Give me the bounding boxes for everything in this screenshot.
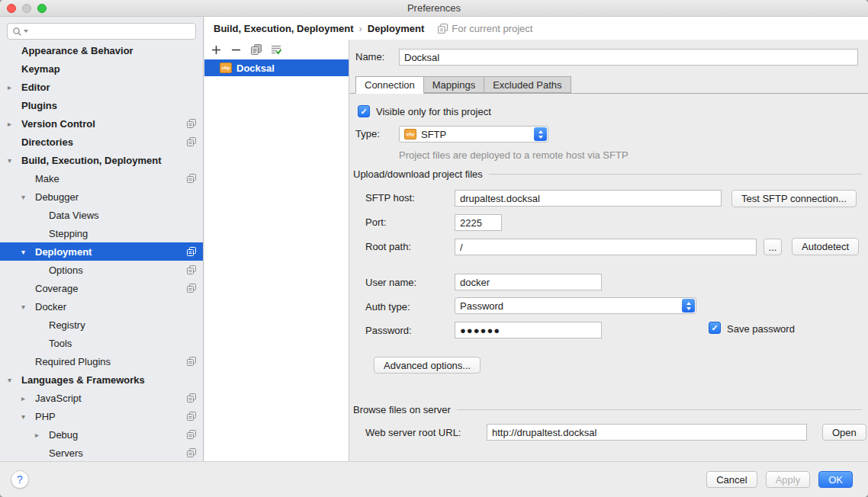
section-upload-header: Upload/download project files — [353, 168, 862, 180]
apply-button[interactable]: Apply — [766, 471, 811, 488]
sidebar-item-label: JavaScript — [35, 393, 82, 404]
browse-root-path-button[interactable]: ... — [764, 239, 782, 255]
sidebar-item-make[interactable]: Make — [0, 169, 203, 188]
password-input[interactable] — [455, 322, 602, 338]
sftp-host-input[interactable] — [455, 190, 722, 207]
chevron-down-icon[interactable]: ▾ — [8, 376, 21, 384]
section-divider — [489, 174, 862, 175]
visible-only-checkbox[interactable] — [358, 105, 370, 117]
tab-bar: Connection Mappings Excluded Paths — [350, 76, 868, 94]
per-project-icon — [187, 247, 196, 256]
sidebar-item-deployment[interactable]: ▾Deployment — [0, 242, 203, 261]
type-help-text: Project files are deployed to a remote h… — [399, 149, 628, 161]
chevron-down-icon[interactable]: ▾ — [21, 248, 35, 256]
auth-type-select[interactable]: Password — [455, 297, 696, 314]
sidebar-item-javascript[interactable]: ▸JavaScript — [0, 389, 203, 407]
sidebar-item-label: Debug — [49, 429, 78, 441]
search-input[interactable] — [7, 23, 196, 40]
sidebar-item-keymap[interactable]: Keymap — [0, 59, 203, 78]
save-password-checkbox[interactable] — [709, 322, 721, 334]
breadcrumb-separator: › — [358, 23, 362, 34]
window-title: Preferences — [407, 2, 461, 14]
breadcrumb: Build, Execution, Deployment›Deployment — [214, 23, 424, 34]
sidebar-item-label: Make — [35, 173, 59, 184]
open-button[interactable]: Open — [822, 424, 866, 441]
sidebar-item-build-execution-deployment[interactable]: ▾Build, Execution, Deployment — [0, 151, 203, 169]
sidebar-item-debugger[interactable]: ▾Debugger — [0, 188, 203, 206]
sidebar-item-coverage[interactable]: Coverage — [0, 279, 203, 297]
remove-server-button[interactable] — [230, 44, 242, 56]
sidebar-item-php[interactable]: ▾PHP — [0, 407, 203, 425]
root-path-label: Root path: — [365, 241, 411, 253]
sidebar-item-data-views[interactable]: Data Views — [0, 206, 203, 224]
sidebar-item-tools[interactable]: Tools — [0, 334, 203, 352]
breadcrumb-page: Deployment — [368, 23, 424, 34]
sidebar-item-label: Options — [49, 265, 83, 276]
sidebar-item-label: Directories — [21, 136, 73, 148]
help-button[interactable]: ? — [11, 470, 29, 489]
breadcrumb-section[interactable]: Build, Execution, Deployment — [214, 23, 353, 34]
cancel-button[interactable]: Cancel — [706, 471, 757, 488]
type-select[interactable]: sftp SFTP — [399, 126, 548, 143]
dropdown-stepper-icon — [534, 127, 547, 141]
ok-button[interactable]: OK — [818, 471, 853, 488]
per-project-icon — [187, 357, 196, 366]
sidebar-item-required-plugins[interactable]: Required Plugins — [0, 352, 203, 370]
chevron-down-icon[interactable]: ▾ — [21, 193, 35, 201]
search-dropdown-icon[interactable] — [24, 30, 28, 33]
maximize-icon[interactable] — [37, 4, 47, 13]
sidebar-item-editor[interactable]: ▸Editor — [0, 78, 203, 96]
chevron-down-icon[interactable]: ▾ — [21, 303, 35, 311]
search-icon — [12, 27, 22, 37]
autodetect-button[interactable]: Autodetect — [792, 238, 859, 255]
sidebar-item-directories[interactable]: Directories — [0, 133, 203, 151]
sidebar-item-docker[interactable]: ▾Docker — [0, 297, 203, 316]
use-as-default-button[interactable] — [270, 44, 281, 56]
tab-connection[interactable]: Connection — [355, 76, 424, 94]
name-input[interactable] — [399, 49, 858, 66]
server-item-docksal[interactable]: sftp Docksal — [204, 59, 349, 76]
port-label: Port: — [365, 216, 386, 229]
chevron-right-icon[interactable]: ▸ — [8, 83, 21, 91]
per-project-icon — [187, 265, 196, 274]
sidebar-item-registry[interactable]: Registry — [0, 316, 203, 334]
port-input[interactable] — [455, 214, 502, 231]
sidebar-item-appearance-behavior[interactable]: Appearance & Behavior — [0, 41, 203, 59]
tab-excluded-paths[interactable]: Excluded Paths — [484, 76, 571, 93]
minimize-icon[interactable] — [22, 4, 31, 13]
sidebar-item-servers[interactable]: Servers — [0, 444, 203, 461]
tab-mappings[interactable]: Mappings — [423, 76, 484, 93]
chevron-down-icon[interactable]: ▾ — [8, 156, 21, 165]
chevron-right-icon[interactable]: ▸ — [35, 431, 49, 439]
sidebar-item-languages-frameworks[interactable]: ▾Languages & Frameworks — [0, 370, 203, 389]
close-icon[interactable] — [7, 4, 16, 13]
user-name-input[interactable] — [455, 274, 602, 290]
type-label: Type: — [355, 128, 380, 140]
auth-type-value: Password — [460, 300, 503, 312]
preferences-window: Preferences Appearance & BehaviorKeymap▸… — [0, 0, 868, 497]
sidebar-item-plugins[interactable]: Plugins — [0, 96, 203, 114]
chevron-down-icon[interactable]: ▾ — [21, 412, 35, 421]
footer-buttons: Cancel Apply OK — [706, 471, 868, 488]
copy-server-button[interactable] — [250, 44, 262, 56]
sidebar-item-version-control[interactable]: ▸Version Control — [0, 114, 203, 133]
dropdown-stepper-icon — [682, 299, 695, 313]
advanced-options-button[interactable]: Advanced options... — [374, 357, 481, 374]
sidebar-item-label: Appearance & Behavior — [21, 45, 133, 56]
chevron-right-icon[interactable]: ▸ — [21, 394, 35, 402]
settings-sidebar: Appearance & BehaviorKeymap▸EditorPlugin… — [0, 17, 204, 461]
sidebar-item-stepping[interactable]: Stepping — [0, 224, 203, 242]
type-value: SFTP — [421, 129, 446, 140]
sidebar-item-options[interactable]: Options — [0, 261, 203, 279]
per-project-icon — [187, 412, 196, 421]
sidebar-item-label: Debugger — [35, 191, 79, 203]
section-divider — [457, 409, 862, 410]
add-server-button[interactable] — [211, 44, 222, 56]
per-project-icon — [187, 448, 196, 457]
chevron-right-icon[interactable]: ▸ — [8, 120, 21, 128]
web-server-root-url-label: Web server root URL: — [365, 427, 461, 439]
test-sftp-connection-button[interactable]: Test SFTP connection... — [731, 190, 857, 207]
root-path-input[interactable] — [455, 239, 757, 255]
sidebar-item-debug[interactable]: ▸Debug — [0, 425, 203, 444]
web-server-root-url-input[interactable] — [487, 424, 807, 441]
